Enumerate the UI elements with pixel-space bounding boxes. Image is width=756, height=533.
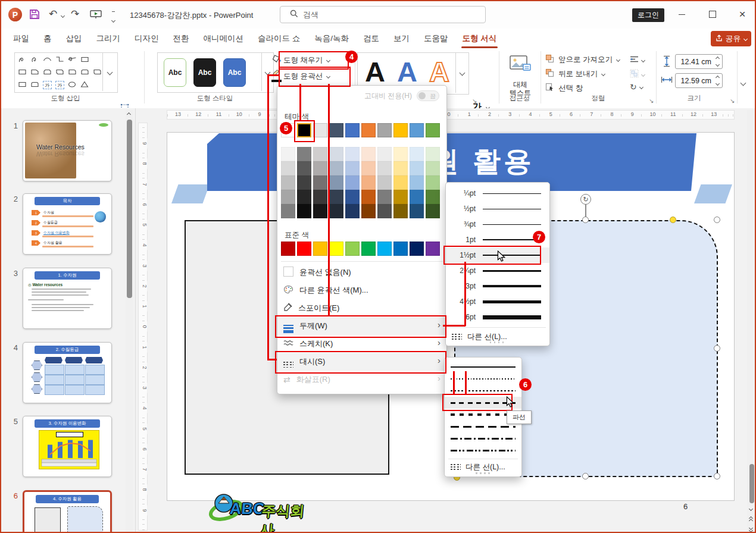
menu-item-3[interactable]: 스포이트(E)	[277, 299, 446, 317]
minimize-button[interactable]	[668, 1, 695, 27]
menu-item-5[interactable]: 스케치(K)›	[277, 335, 446, 353]
theme-color-variant-swatch[interactable]	[281, 190, 295, 204]
theme-color-swatch[interactable]	[281, 123, 295, 137]
theme-color-variant-swatch[interactable]	[410, 175, 424, 190]
shape-insert-icon[interactable]	[30, 68, 39, 79]
dash-option-square-dot[interactable]	[445, 385, 521, 397]
theme-color-variant-swatch[interactable]	[393, 175, 408, 190]
theme-color-variant-swatch[interactable]	[313, 161, 327, 175]
weight-option-3pt[interactable]: 3pt	[446, 278, 549, 294]
shape-insert-icon[interactable]	[68, 80, 77, 91]
menu-item-1[interactable]: 윤곽선 없음(N)	[277, 264, 446, 281]
tab-도형 서식[interactable]: 도형 서식	[455, 29, 504, 49]
slide-thumbnail-2[interactable]: 목차1수자원2수질등급3수자원 이용변화4수자원 활용	[23, 193, 112, 255]
company-logo[interactable]: ABC 주식회사	[208, 489, 315, 529]
theme-color-variant-swatch[interactable]	[329, 147, 343, 161]
weight-option-2¼pt[interactable]: 2¼pt	[446, 263, 549, 278]
theme-color-variant-swatch[interactable]	[329, 204, 343, 218]
shape-insert-icon[interactable]	[55, 55, 64, 66]
resize-handle-bottom[interactable]	[582, 473, 589, 479]
maximize-button[interactable]	[699, 1, 726, 27]
height-stepper[interactable]	[713, 54, 721, 69]
dash-option-round-dot[interactable]	[445, 373, 521, 385]
weight-option-½pt[interactable]: ½pt	[446, 201, 549, 217]
theme-color-variant-swatch[interactable]	[297, 175, 311, 190]
slide-thumbnail-6[interactable]: 4. 수자원 활용	[23, 490, 112, 533]
resize-handle-top-right[interactable]	[714, 217, 720, 223]
arrange-dialog-launcher-icon[interactable]: ↘	[649, 98, 654, 104]
group-objects-button[interactable]	[630, 69, 645, 80]
canvas-scrollbar-thumb[interactable]	[749, 464, 754, 503]
theme-color-variant-swatch[interactable]	[329, 175, 343, 190]
standard-color-swatch[interactable]	[313, 242, 327, 256]
tab-애니메이션[interactable]: 애니메이션	[196, 29, 251, 49]
wordart-style-2[interactable]: A	[397, 55, 417, 88]
menu-item-6[interactable]: 대시(S)›	[277, 353, 446, 371]
canvas-scrollbar[interactable]	[747, 110, 756, 533]
theme-color-variant-swatch[interactable]	[297, 204, 311, 218]
shape-insert-icon[interactable]	[55, 68, 64, 79]
share-button[interactable]: 공유	[711, 31, 751, 46]
shape-insert-icon[interactable]	[43, 68, 52, 79]
shape-outline-button[interactable]: 도형 윤곽선	[283, 70, 330, 83]
textbox-shape-icon[interactable]: 가	[55, 81, 64, 89]
theme-color-variant-swatch[interactable]	[426, 161, 440, 175]
undo-icon[interactable]: ↶	[49, 8, 57, 20]
theme-color-variant-swatch[interactable]	[426, 190, 440, 204]
theme-color-variant-swatch[interactable]	[345, 147, 360, 161]
theme-color-variant-swatch[interactable]	[313, 175, 327, 190]
shape-insert-icon[interactable]	[18, 68, 27, 79]
theme-color-variant-swatch[interactable]	[410, 204, 424, 218]
wordart-style-3[interactable]: A	[429, 55, 449, 88]
collapse-ribbon-icon[interactable]	[741, 80, 746, 86]
theme-color-variant-swatch[interactable]	[345, 190, 360, 204]
shape-insert-icon[interactable]	[68, 68, 77, 79]
menu-item-4[interactable]: 두께(W)›	[277, 317, 446, 335]
theme-color-variant-swatch[interactable]	[329, 190, 343, 204]
shape-style-preset-3[interactable]: Abc	[223, 58, 246, 87]
theme-color-variant-swatch[interactable]	[426, 175, 440, 190]
theme-color-variant-swatch[interactable]	[281, 175, 295, 190]
thumbnail-scrollbar-thumb[interactable]	[127, 120, 132, 298]
undo-dropdown-icon[interactable]	[61, 14, 65, 18]
standard-color-swatch[interactable]	[281, 242, 295, 256]
theme-color-variant-swatch[interactable]	[297, 147, 311, 161]
slide-thumbnail-4[interactable]: 2. 수질등급	[23, 342, 112, 403]
bring-forward-button[interactable]: 앞으로 가져오기	[545, 54, 620, 65]
standard-color-swatch[interactable]	[410, 242, 424, 256]
size-dialog-launcher-icon[interactable]: ↘	[730, 98, 735, 104]
shape-insert-icon[interactable]	[30, 80, 39, 91]
theme-color-variant-swatch[interactable]	[410, 161, 424, 175]
tab-보기[interactable]: 보기	[386, 29, 417, 49]
slide-thumbnail-5[interactable]: 3. 수자원 이용변화	[23, 416, 112, 477]
tab-도움말[interactable]: 도움말	[417, 29, 455, 49]
weight-option-6pt[interactable]: 6pt	[446, 309, 549, 325]
dash-option-long-dash-dot[interactable]	[445, 432, 521, 444]
theme-color-variant-swatch[interactable]	[361, 190, 376, 204]
rotate-objects-button[interactable]: ↻	[630, 82, 643, 92]
start-slideshow-icon[interactable]	[90, 10, 102, 22]
align-button[interactable]	[630, 55, 645, 65]
tab-그리기[interactable]: 그리기	[89, 29, 128, 49]
weight-option-1pt[interactable]: 1pt	[446, 232, 549, 247]
theme-color-swatch[interactable]	[297, 123, 311, 137]
theme-color-variant-swatch[interactable]	[377, 161, 392, 175]
thumbnail-scrollbar[interactable]	[126, 110, 133, 533]
theme-color-variant-swatch[interactable]	[297, 190, 311, 204]
theme-color-variant-swatch[interactable]	[377, 190, 392, 204]
shape-fill-button[interactable]: 도형 채우기	[283, 54, 330, 67]
shape-insert-icon[interactable]	[30, 55, 39, 66]
theme-color-variant-swatch[interactable]	[426, 204, 440, 218]
wordart-more[interactable]	[455, 53, 468, 93]
standard-color-swatch[interactable]	[393, 242, 408, 256]
theme-color-variant-swatch[interactable]	[377, 204, 392, 218]
resize-handle-bottom-right[interactable]	[714, 473, 720, 479]
theme-color-variant-swatch[interactable]	[329, 161, 343, 175]
shape-insert-icon[interactable]	[68, 55, 77, 66]
tab-파일[interactable]: 파일	[6, 29, 36, 49]
customize-quick-access-icon[interactable]	[112, 11, 115, 24]
theme-color-variant-swatch[interactable]	[313, 190, 327, 204]
theme-color-variant-swatch[interactable]	[345, 161, 360, 175]
theme-color-variant-swatch[interactable]	[410, 190, 424, 204]
theme-color-variant-swatch[interactable]	[361, 147, 376, 161]
